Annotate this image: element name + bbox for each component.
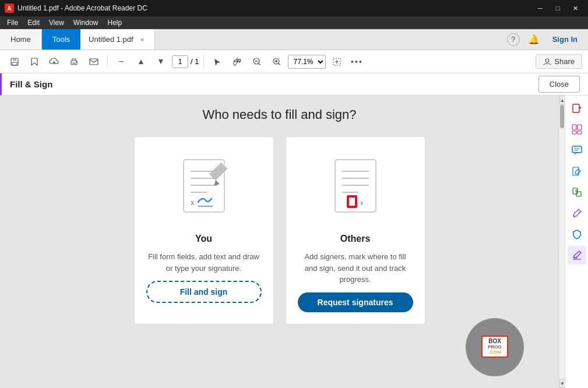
svg-rect-1	[13, 58, 16, 61]
watermark-prog-label: PROG	[488, 344, 502, 350]
cursor-icon	[213, 58, 221, 66]
you-illustration-svg: x	[166, 151, 242, 227]
share-button[interactable]: Share	[536, 54, 582, 69]
svg-rect-31	[578, 131, 582, 134]
svg-point-10	[545, 59, 549, 62]
zoom-level-select[interactable]: 77.1% 50% 100% 125% 150%	[288, 55, 326, 69]
svg-rect-30	[572, 131, 576, 134]
sidebar-icon-edit[interactable]	[568, 162, 586, 181]
tab-bar-right: ? 🔔 Sign In	[501, 29, 588, 50]
app-icon: A	[5, 3, 14, 13]
menu-edit[interactable]: Edit	[23, 17, 44, 28]
scroll-thumb[interactable]	[560, 105, 564, 128]
svg-rect-27	[573, 104, 579, 112]
more-tools-button[interactable]: •••	[348, 53, 365, 70]
share-label: Share	[554, 57, 575, 66]
scroll-down-button[interactable]	[152, 53, 170, 70]
menu-help[interactable]: Help	[103, 17, 127, 28]
print-icon	[69, 57, 79, 66]
svg-text:x: x	[191, 198, 195, 207]
email-button[interactable]	[85, 53, 103, 70]
help-icon[interactable]: ?	[507, 33, 520, 46]
scrollbar: ▲ ▼	[559, 96, 565, 388]
svg-rect-28	[572, 125, 576, 130]
question-title: Who needs to fill and sign?	[202, 107, 356, 122]
watermark-inner: BOX PROG .COM	[469, 321, 521, 373]
edit-pdf-icon	[572, 166, 582, 177]
fill-and-sign-button[interactable]: Fill and sign	[146, 281, 262, 303]
zoom-out-button[interactable]: −	[112, 53, 130, 70]
hand-icon	[233, 57, 241, 66]
tab-tools-label: Tools	[52, 35, 70, 44]
zoom-in-button[interactable]	[268, 53, 286, 70]
zoom-out-minus-button[interactable]	[248, 53, 266, 70]
save-icon	[10, 57, 19, 66]
tab-close-button[interactable]: ×	[138, 35, 146, 44]
save-button[interactable]	[6, 53, 23, 70]
title-bar-left: A Untitled 1.pdf - Adobe Acrobat Reader …	[5, 3, 147, 13]
marquee-zoom-icon	[332, 57, 341, 66]
svg-point-5	[76, 61, 77, 62]
sidebar-icon-pen[interactable]	[568, 204, 586, 223]
sidebar-icon-comment[interactable]	[568, 141, 586, 160]
bookmark-button[interactable]	[26, 53, 43, 70]
watermark-com-label: .COM	[489, 350, 501, 355]
tab-tools[interactable]: Tools	[42, 29, 80, 50]
scroll-up-icon	[138, 58, 145, 65]
menu-file[interactable]: File	[2, 17, 23, 28]
scroll-down-icon	[157, 58, 164, 65]
sign-in-button[interactable]: Sign In	[548, 33, 582, 46]
menu-view[interactable]: View	[44, 17, 69, 28]
scroll-up-button[interactable]	[132, 53, 150, 70]
notifications-icon[interactable]: 🔔	[528, 34, 540, 45]
svg-text:x: x	[360, 199, 364, 206]
right-sidebar	[565, 96, 588, 388]
pen-edit-icon	[572, 208, 582, 218]
page-total: / 1	[191, 57, 199, 66]
sidebar-icon-pdf-tools[interactable]	[568, 99, 586, 118]
others-illustration-svg: x	[318, 151, 393, 227]
sidebar-icon-protect[interactable]	[568, 225, 586, 244]
card-you-description: Fill form fields, add text and draw or t…	[146, 251, 262, 274]
card-others-illustration: x	[318, 151, 393, 227]
close-window-button[interactable]: ✕	[567, 0, 583, 16]
minimize-button[interactable]: ─	[532, 0, 548, 16]
svg-rect-32	[572, 146, 582, 153]
print-button[interactable]	[65, 53, 83, 70]
cards-row: x You Fill form fields, add text and dra…	[134, 136, 425, 324]
sidebar-icon-organize[interactable]	[568, 120, 586, 139]
tab-home[interactable]: Home	[0, 29, 42, 50]
window-title: Untitled 1.pdf - Adobe Acrobat Reader DC	[17, 4, 147, 12]
pdf-add-icon	[572, 103, 582, 114]
content-area: Who needs to fill and sign? x	[0, 96, 559, 388]
hand-tool-button[interactable]	[228, 53, 246, 70]
fill-sign-icon	[572, 250, 582, 260]
cursor-tool-button[interactable]	[209, 53, 226, 70]
cloud-save-button[interactable]	[45, 53, 63, 70]
tab-document[interactable]: Untitled 1.pdf ×	[80, 29, 155, 50]
svg-rect-4	[72, 62, 76, 64]
sidebar-icon-fill-sign[interactable]	[568, 246, 586, 264]
sidebar-icon-export[interactable]	[568, 183, 586, 202]
watermark: BOX PROG .COM	[466, 318, 524, 376]
close-fill-sign-button[interactable]: Close	[538, 76, 580, 93]
svg-rect-6	[90, 59, 98, 65]
card-you-illustration: x	[166, 151, 242, 227]
zoom-out-icon	[252, 57, 262, 66]
page-navigation: / 1	[172, 55, 199, 68]
scroll-track[interactable]	[559, 105, 565, 379]
svg-line-38	[578, 210, 580, 213]
card-others-description: Add signers, mark where to fill and sign…	[298, 251, 413, 285]
page-number-input[interactable]	[172, 55, 188, 68]
watermark-box: BOX PROG .COM	[481, 336, 508, 358]
window-controls: ─ □ ✕	[532, 0, 583, 16]
marquee-zoom-button[interactable]	[328, 53, 346, 70]
card-you: x You Fill form fields, add text and dra…	[134, 136, 274, 324]
fill-sign-bar: Fill & Sign Close	[0, 73, 588, 96]
watermark-box-label: BOX	[488, 338, 501, 344]
tab-home-label: Home	[10, 35, 31, 44]
menu-window[interactable]: Window	[69, 17, 103, 28]
maximize-button[interactable]: □	[550, 0, 566, 16]
comment-icon	[572, 145, 582, 156]
request-signatures-button[interactable]: Request signatures	[298, 292, 413, 312]
